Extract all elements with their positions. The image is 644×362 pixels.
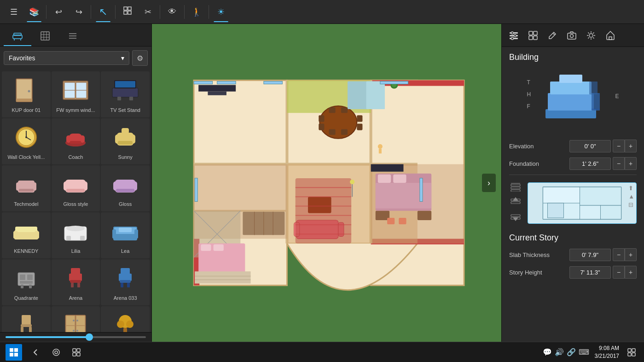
list-item[interactable]: KENNEDY (2, 212, 51, 258)
svg-rect-187 (534, 31, 537, 35)
rp-camera-btn[interactable] (563, 26, 581, 45)
view3d-icon[interactable]: ▲ (628, 193, 634, 200)
undo-btn[interactable]: ↩ (48, 2, 69, 22)
item-arena033-img (108, 262, 143, 294)
svg-point-184 (514, 35, 516, 37)
svg-rect-76 (71, 268, 80, 280)
story-height-plus-btn[interactable]: + (625, 266, 637, 279)
slab-thickness-input[interactable] (569, 249, 611, 261)
story-height-label: Story Height (509, 269, 569, 276)
list-item[interactable]: FW symm wind... (52, 71, 100, 117)
list-item[interactable]: Plant (101, 306, 150, 332)
select-btn[interactable]: ↖ (93, 2, 113, 22)
windows-btn[interactable] (68, 344, 85, 361)
panel-settings-btn[interactable]: ⚙ (132, 50, 148, 66)
foundation-input[interactable] (569, 158, 611, 170)
list-item[interactable]: Arena (52, 259, 100, 305)
library-btn[interactable]: 📚 (24, 2, 44, 22)
elevation-input[interactable] (569, 140, 611, 152)
svg-rect-225 (10, 348, 13, 352)
list-item[interactable]: Sunny (101, 118, 150, 164)
foundation-plus-btn[interactable]: + (625, 157, 637, 170)
up-icon[interactable] (509, 195, 522, 208)
svg-rect-238 (632, 353, 635, 356)
favorites-dropdown[interactable]: Favorites ▾ (4, 51, 129, 65)
slider-thumb[interactable] (86, 333, 93, 341)
separator-1 (46, 5, 46, 19)
scissors-btn[interactable]: ✂ (138, 2, 158, 22)
action-center-btn[interactable] (625, 345, 638, 359)
list-item[interactable]: KUP door 01 (2, 71, 51, 117)
library-icon: 📚 (29, 7, 39, 17)
svg-rect-69 (119, 228, 132, 232)
story-height-minus-btn[interactable]: − (613, 266, 625, 279)
tab-list[interactable] (59, 27, 87, 46)
down-icon[interactable] (509, 210, 522, 223)
list-item[interactable]: Quadrante (2, 259, 51, 305)
item-kennedy-img (9, 215, 44, 247)
svg-rect-88 (22, 315, 31, 325)
list-item[interactable]: Lea (101, 212, 150, 258)
eye-btn[interactable]: 👁 (162, 2, 182, 22)
tab-furniture[interactable] (4, 27, 31, 46)
list-item[interactable]: Techmodel (2, 165, 51, 211)
start-button[interactable] (6, 344, 22, 361)
upload-icon[interactable]: ⬆ (628, 185, 634, 192)
svg-rect-127 (341, 107, 348, 113)
list-item[interactable]: TV Set Stand (101, 71, 150, 117)
svg-rect-126 (329, 107, 336, 113)
floors-icon[interactable] (509, 181, 522, 193)
rp-layout-btn[interactable] (524, 26, 542, 45)
keyboard-icon[interactable]: ⌨ (579, 348, 589, 356)
list-item[interactable]: Coach (52, 118, 100, 164)
menu-btn[interactable]: ☰ (4, 2, 24, 22)
svg-point-104 (126, 321, 133, 328)
rp-home-btn[interactable] (601, 26, 620, 45)
list-item[interactable]: Lilia (52, 212, 100, 258)
list-item[interactable]: Gloss style (52, 165, 100, 211)
svg-rect-237 (628, 353, 631, 356)
svg-rect-170 (399, 218, 406, 224)
list-item[interactable]: Cabinet (52, 306, 100, 332)
slab-plus-btn[interactable]: + (625, 248, 637, 261)
slab-minus-btn[interactable]: − (613, 248, 625, 261)
elevation-minus-btn[interactable]: − (613, 140, 625, 152)
foundation-minus-btn[interactable]: − (613, 157, 625, 170)
svg-rect-58 (15, 227, 37, 232)
notification-icon[interactable]: 💬 (543, 348, 552, 356)
rp-pencil-btn[interactable] (543, 26, 562, 45)
tab-drawing[interactable] (31, 27, 59, 46)
svg-point-103 (117, 321, 124, 328)
network-icon[interactable]: 🔗 (567, 348, 576, 356)
svg-rect-25 (112, 88, 138, 97)
floor-plan-thumbnail[interactable]: ⬆ ▲ ⊟ (528, 182, 637, 224)
list-item[interactable]: Arena 033 (101, 259, 150, 305)
sun-btn[interactable]: ☀ (211, 2, 231, 22)
group-btn[interactable] (117, 2, 138, 22)
redo-btn[interactable]: ↪ (69, 2, 89, 22)
dropdown-chevron-icon: ▾ (121, 54, 124, 62)
back-btn[interactable] (28, 344, 44, 361)
svg-rect-231 (73, 349, 76, 352)
rp-sun-btn[interactable] (582, 26, 600, 45)
list-item[interactable]: Chair (2, 306, 51, 332)
elevation-plus-btn[interactable]: + (625, 140, 637, 152)
walk-btn[interactable]: 🚶 (186, 2, 207, 22)
story-height-input[interactable] (569, 266, 611, 279)
svg-rect-188 (529, 36, 533, 40)
center-canvas[interactable]: › (152, 24, 501, 342)
list-item[interactable]: Gloss (101, 165, 150, 211)
svg-rect-129 (357, 123, 362, 130)
story-height-stepper: − + (613, 266, 637, 279)
volume-icon[interactable]: 🔊 (555, 348, 564, 356)
home-nav-btn[interactable] (48, 344, 64, 361)
size-slider-track[interactable] (6, 336, 146, 338)
layers-icon[interactable]: ⊟ (628, 201, 634, 208)
canvas-expand-btn[interactable]: › (482, 174, 496, 192)
list-item[interactable]: Wall Clock Yell... (2, 118, 51, 164)
item-quadrante-label: Quadrante (4, 295, 48, 301)
svg-rect-48 (19, 189, 34, 192)
svg-rect-216 (511, 215, 520, 216)
separator-3 (115, 5, 116, 19)
rp-settings-btn[interactable] (505, 26, 523, 45)
